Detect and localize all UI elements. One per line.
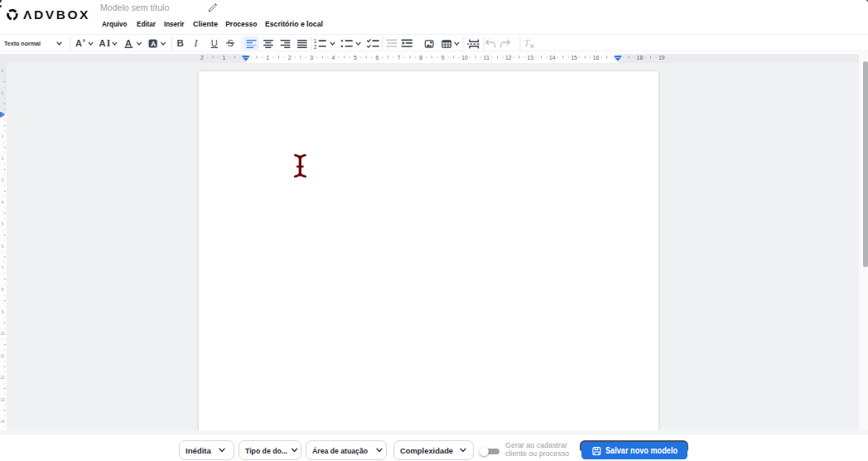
svg-text:7: 7: [2, 266, 4, 270]
svg-text:4: 4: [2, 201, 4, 205]
svg-text:15: 15: [571, 55, 577, 61]
svg-text:16: 16: [593, 55, 600, 61]
svg-text:14: 14: [0, 420, 5, 424]
svg-text:A: A: [125, 38, 132, 48]
svg-text:1: 1: [223, 55, 226, 61]
svg-text:T: T: [524, 37, 531, 49]
svg-text:2: 2: [288, 55, 292, 61]
svg-text:12: 12: [505, 55, 512, 61]
svg-text:1: 1: [266, 55, 269, 61]
svg-text:9: 9: [441, 55, 445, 61]
svg-text:4: 4: [332, 55, 335, 61]
svg-text:2: 2: [2, 69, 4, 73]
svg-text:3: 3: [310, 55, 313, 61]
svg-text:10: 10: [0, 332, 5, 336]
svg-text:10: 10: [461, 55, 468, 61]
svg-text:9: 9: [2, 310, 4, 314]
svg-text:7: 7: [398, 55, 401, 61]
svg-text:8: 8: [2, 288, 4, 292]
svg-text:3: 3: [2, 178, 4, 182]
svg-text:18: 18: [637, 55, 644, 61]
svg-text:13: 13: [528, 55, 534, 61]
svg-text:A: A: [151, 40, 156, 48]
svg-text:5: 5: [354, 55, 357, 61]
svg-text:6: 6: [2, 245, 4, 249]
svg-text:19: 19: [658, 55, 665, 61]
svg-text:2: 2: [2, 157, 4, 161]
svg-text:A: A: [75, 38, 82, 48]
svg-text:5: 5: [2, 222, 4, 226]
svg-text:I: I: [107, 38, 111, 48]
svg-text:I: I: [194, 37, 199, 49]
svg-text:B: B: [177, 38, 184, 48]
svg-text:11: 11: [484, 55, 489, 61]
svg-text:A: A: [99, 38, 105, 48]
svg-text:2: 2: [200, 55, 204, 61]
svg-text:1: 1: [2, 91, 4, 95]
svg-text:6: 6: [375, 55, 379, 61]
svg-text:2: 2: [314, 44, 317, 50]
svg-text:12: 12: [0, 376, 5, 380]
svg-text:8: 8: [419, 55, 422, 61]
svg-text:U: U: [211, 38, 218, 48]
svg-text:14: 14: [549, 55, 556, 61]
svg-text:1: 1: [2, 134, 4, 138]
svg-text:13: 13: [0, 398, 5, 402]
svg-text:11: 11: [1, 354, 5, 358]
